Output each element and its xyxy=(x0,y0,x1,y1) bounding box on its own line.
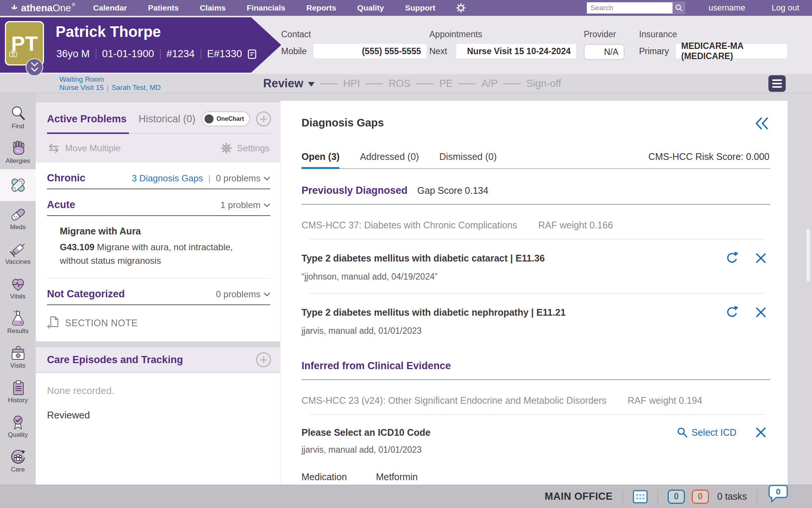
tab-open[interactable]: Open (3) xyxy=(301,151,339,162)
provider-label: Provider xyxy=(584,29,617,40)
rail-item-find[interactable]: Find xyxy=(0,100,36,135)
rail-item-visits[interactable]: Visits xyxy=(0,339,36,374)
nav-support[interactable]: Support xyxy=(405,3,435,12)
rail-item-meds[interactable]: Meds xyxy=(0,201,36,236)
readdress-icon[interactable] xyxy=(725,306,739,319)
encounter-menu-button[interactable] xyxy=(768,75,786,92)
not-categorized-count-toggle[interactable]: 0 problems xyxy=(216,289,261,300)
chronic-count-toggle[interactable]: 0 problems xyxy=(216,173,261,184)
search-input[interactable] xyxy=(587,2,673,14)
svg-text:0: 0 xyxy=(776,487,780,496)
chronic-section-header: Chronic 3 Diagnosis Gaps | 0 problems xyxy=(36,163,280,189)
urgent-count-badge[interactable]: 0 xyxy=(692,490,709,504)
main-menu: Calendar Patients Claims Financials Repo… xyxy=(93,3,435,12)
patient-banner: PT Patrick Thorpe 36yo M 01-01-1900 #123… xyxy=(0,16,812,74)
rail-item-quality[interactable]: Quality xyxy=(0,409,36,443)
settings-gear-button[interactable] xyxy=(456,3,466,13)
visit-link[interactable]: Nurse Visit 15 xyxy=(59,84,104,91)
move-multiple-button[interactable]: Move Multiple xyxy=(47,143,121,154)
not-categorized-section-header: Not Categorized 0 problems xyxy=(36,278,280,304)
search-button[interactable] xyxy=(673,2,685,14)
appointments-group: Appointments Next Nurse Visit 15 10-24-2… xyxy=(429,29,576,58)
chevron-down-icon[interactable] xyxy=(264,176,270,181)
nav-financials[interactable]: Financials xyxy=(247,3,285,12)
rail-item-allergies[interactable]: Allergies xyxy=(0,135,36,169)
username-menu[interactable]: username xyxy=(709,3,745,13)
tab-active-problems[interactable]: Active Problems xyxy=(47,113,127,125)
chronic-title: Chronic xyxy=(47,172,85,184)
collapse-banner-button[interactable] xyxy=(26,58,43,76)
nav-quality[interactable]: Quality xyxy=(357,3,384,12)
nav-claims[interactable]: Claims xyxy=(200,3,226,12)
stage-ros[interactable]: ROS xyxy=(389,78,411,90)
chevron-down-icon[interactable] xyxy=(264,203,270,207)
rail-item-problems[interactable] xyxy=(0,169,36,201)
dismiss-x-icon[interactable] xyxy=(755,307,767,318)
select-icd-button[interactable]: Select ICD xyxy=(677,427,736,438)
primary-label: Primary xyxy=(639,46,676,56)
add-problem-button[interactable] xyxy=(256,111,271,126)
insurance-value[interactable]: MEDICARE-MA (MEDICARE) xyxy=(676,44,787,58)
tab-addressed[interactable]: Addressed (0) xyxy=(360,151,419,162)
cms-hcc-risk-score: CMS-HCC Risk Score: 0.000 xyxy=(648,151,770,162)
chat-button[interactable]: 0 xyxy=(767,484,788,505)
patient-demographics: 36yo M 01-01-1900 #1234 E#1330 xyxy=(56,48,257,60)
tasks-count: 0 tasks xyxy=(717,491,747,502)
stage-signoff[interactable]: Sign-off xyxy=(526,78,561,90)
acute-count-toggle[interactable]: 1 problem xyxy=(220,200,261,210)
gaps-tabs: Open (3) Addressed (0) Dismissed (0) CMS… xyxy=(301,151,770,169)
encounter-provider-link[interactable]: Sarah Test, MD xyxy=(112,84,161,91)
gap-item-source: “jjohnson, manual add, 04/19/2024” xyxy=(301,272,770,282)
nav-calendar[interactable]: Calendar xyxy=(93,3,127,12)
tab-dismissed[interactable]: Dismissed (0) xyxy=(439,151,497,162)
tab-historical[interactable]: Historical (0) xyxy=(139,113,196,125)
onechart-toggle[interactable]: OneChart xyxy=(201,111,250,126)
problems-bandage-icon xyxy=(9,176,27,194)
chat-bubble-icon: 0 xyxy=(767,484,788,503)
stage-ap[interactable]: A/P xyxy=(481,78,498,90)
dismiss-x-icon[interactable] xyxy=(755,427,767,438)
rail-item-vaccines[interactable]: Vaccines xyxy=(0,236,36,270)
problems-header: Active Problems Historical (0) OneChart … xyxy=(36,102,280,163)
stage-pe[interactable]: PE xyxy=(439,78,453,90)
problem-description: G43.109 Migrane with aura, not intractab… xyxy=(60,240,244,268)
problem-item[interactable]: Migrane with Aura G43.109 Migrane with a… xyxy=(36,216,280,268)
section-note-button[interactable]: SECTION NOTE xyxy=(36,305,280,341)
schedule-calendar-icon[interactable] xyxy=(633,490,648,504)
patient-id: #1234 xyxy=(167,48,195,60)
dismiss-x-icon[interactable] xyxy=(755,252,767,264)
section-note-icon xyxy=(46,316,60,330)
collapse-panel-button[interactable] xyxy=(754,117,770,132)
scrollbar-thumb[interactable] xyxy=(806,229,810,281)
waiting-room-link[interactable]: Waiting Room xyxy=(59,75,104,83)
previously-diagnosed-title: Previously Diagnosed xyxy=(301,185,408,196)
provider-value[interactable]: N/A xyxy=(584,44,624,60)
history-clipboard-icon xyxy=(9,379,27,396)
rail-item-vitals[interactable]: Vitals xyxy=(0,270,36,305)
stage-review-dropdown[interactable]: Review xyxy=(263,77,315,90)
caret-down-icon xyxy=(308,82,315,87)
hcc23-row: CMS-HCC 23 (v24): Other Significant Endo… xyxy=(301,395,770,406)
nav-reports[interactable]: Reports xyxy=(306,3,336,12)
rail-item-history[interactable]: History xyxy=(0,374,36,409)
diagnosis-gaps-link[interactable]: 3 Diagnosis Gaps xyxy=(132,173,203,184)
athenaone-app: athenaOne® Calendar Patients Claims Fina… xyxy=(0,0,812,508)
logout-link[interactable]: Log out xyxy=(772,3,799,13)
care-episodes-body: None recorded. Reviewed xyxy=(36,373,280,485)
encounter-note-icon[interactable] xyxy=(247,49,257,59)
mobile-value[interactable]: (555) 555-5555 xyxy=(314,44,426,58)
rail-item-results[interactable]: Results xyxy=(0,305,36,339)
readdress-icon[interactable] xyxy=(725,251,739,265)
next-appointment-value[interactable]: Nurse Visit 15 10-24-2024 xyxy=(456,44,576,58)
hcc23-raf: RAF weight 0.194 xyxy=(627,395,702,406)
leaf-icon xyxy=(10,3,19,12)
add-care-episode-button[interactable] xyxy=(256,352,271,367)
athenaone-logo[interactable]: athenaOne® xyxy=(10,2,75,14)
chevron-down-icon[interactable] xyxy=(264,292,270,297)
rail-item-care[interactable]: Care xyxy=(0,443,36,478)
stage-hpi[interactable]: HPI xyxy=(343,78,360,90)
nav-patients[interactable]: Patients xyxy=(148,3,179,12)
department-selector[interactable]: MAIN OFFICE xyxy=(545,491,613,502)
inbox-count-badge[interactable]: 0 xyxy=(668,490,685,504)
problems-settings-button[interactable]: Settings xyxy=(220,142,270,154)
